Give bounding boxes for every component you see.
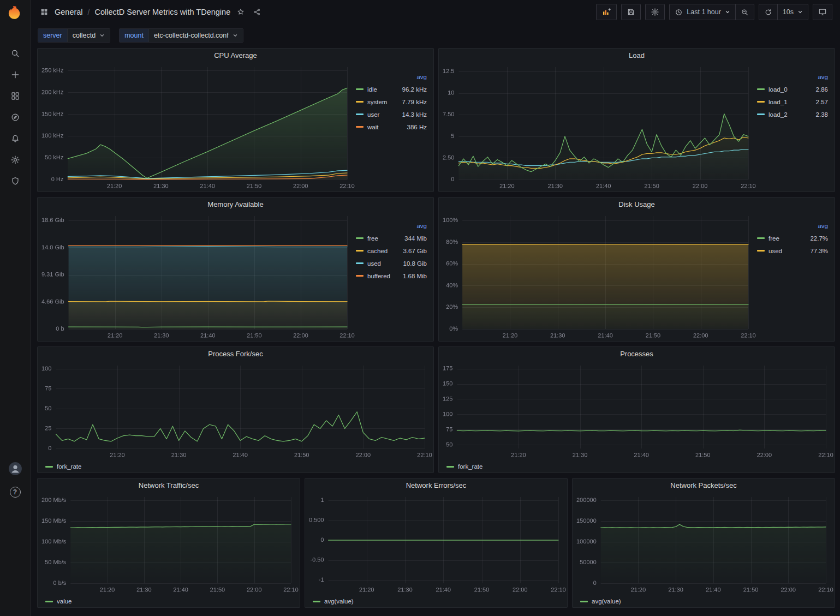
chevron-down-icon	[797, 9, 803, 15]
star-dashboard-button[interactable]	[235, 6, 247, 18]
user-avatar[interactable]	[5, 460, 25, 477]
variable-server-dropdown[interactable]: collectd	[67, 29, 110, 42]
legend-item-idle[interactable]: idle96.2 kHz	[356, 83, 427, 95]
star-icon	[236, 8, 245, 16]
legend-item-load_2[interactable]: load_22.38	[757, 108, 828, 121]
panel-title[interactable]: Disk Usage	[439, 198, 835, 212]
series-name: user	[367, 111, 398, 118]
share-dashboard-button[interactable]	[251, 6, 263, 18]
breadcrumb: General / CollectD Server Metrics with T…	[38, 6, 263, 18]
series-name: fork_rate	[57, 463, 81, 470]
processes-chart[interactable]	[439, 361, 835, 460]
cpu-average-chart[interactable]	[38, 63, 356, 192]
sidebar-item-server-admin[interactable]	[5, 173, 25, 189]
legend-item-load_1[interactable]: load_12.57	[757, 95, 828, 108]
series-name: wait	[367, 124, 398, 130]
legend-item-system[interactable]: system7.79 kHz	[356, 95, 427, 108]
legend-item-buffered[interactable]: buffered1.68 Mib	[356, 270, 427, 282]
load-chart[interactable]	[439, 63, 757, 192]
network-packets-chart[interactable]	[573, 493, 835, 595]
refresh-interval-picker[interactable]: 10s	[777, 4, 808, 20]
legend-item-user[interactable]: user14.3 kHz	[356, 108, 427, 121]
dashboard-settings-button[interactable]	[645, 4, 665, 20]
disk-usage-chart[interactable]	[439, 212, 757, 341]
sidebar-item-configuration[interactable]	[5, 152, 25, 168]
panel-title[interactable]: CPU Average	[38, 49, 433, 63]
variable-server-label: server	[38, 29, 67, 42]
legend-item-used[interactable]: used10.8 Gib	[356, 257, 427, 270]
network-traffic-chart[interactable]	[38, 493, 300, 595]
breadcrumb-section[interactable]: General	[55, 8, 83, 16]
series-avg-value: 344 Mib	[398, 235, 427, 242]
grafana-logo[interactable]	[6, 4, 25, 22]
legend-item-wait[interactable]: wait386 Hz	[356, 121, 427, 133]
series-color-swatch	[45, 466, 53, 468]
sidebar-bottom: ?	[5, 460, 25, 500]
series-color-swatch	[757, 250, 765, 252]
panel-title[interactable]: Process Fork/sec	[38, 347, 433, 361]
series-name: fork_rate	[458, 463, 482, 470]
series-color-swatch	[356, 262, 364, 264]
panel-load: Load avgload_02.86load_12.57load_22.38	[438, 48, 835, 192]
series-name: load_0	[768, 86, 800, 93]
dashboard-title: CollectD Server Metrics with TDengine	[94, 8, 230, 16]
legend-item-used[interactable]: used77.3%	[757, 244, 828, 257]
series-name: load_1	[768, 99, 800, 105]
process-fork-chart[interactable]	[38, 361, 433, 460]
panel-title[interactable]: Processes	[439, 347, 835, 361]
add-panel-button[interactable]	[596, 4, 617, 20]
network-errors-chart[interactable]	[305, 493, 567, 595]
series-color-swatch	[757, 101, 765, 103]
series-color-swatch	[446, 466, 454, 468]
processes-legend: fork_rate	[439, 460, 835, 473]
series-avg-value: 2.86	[800, 86, 828, 93]
panel-processes: Processes fork_rate	[438, 346, 835, 473]
panel-title[interactable]: Network Errors/sec	[305, 479, 567, 493]
panel-title[interactable]: Network Packets/sec	[573, 479, 835, 493]
sidebar-item-create[interactable]	[5, 67, 25, 83]
add-panel-icon	[601, 8, 611, 16]
panel-title[interactable]: Memory Available	[38, 198, 433, 212]
legend-item-load_0[interactable]: load_02.86	[757, 83, 828, 95]
legend-item-free[interactable]: free344 Mib	[356, 232, 427, 244]
series-color-swatch	[757, 237, 765, 239]
time-range-picker[interactable]: Last 1 hour	[669, 4, 735, 20]
legend-item-value[interactable]: value	[45, 595, 72, 607]
panel-network-errors: Network Errors/sec avg(value)	[305, 478, 568, 608]
panel-network-traffic: Network Traffic/sec value	[37, 478, 300, 608]
legend-item-fork_rate[interactable]: fork_rate	[45, 460, 81, 473]
panel-title[interactable]: Network Traffic/sec	[38, 479, 300, 493]
sidebar-item-alerting[interactable]	[5, 130, 25, 147]
network-traffic-legend: value	[38, 595, 300, 607]
network-errors-legend: avg(value)	[305, 595, 567, 607]
memory-available-chart[interactable]	[38, 212, 356, 341]
share-icon	[253, 8, 261, 16]
process-fork-legend: fork_rate	[38, 460, 433, 473]
legend-item-avg-value-[interactable]: avg(value)	[580, 595, 621, 607]
refresh-button[interactable]	[759, 4, 777, 20]
legend-item-avg-value-[interactable]: avg(value)	[313, 595, 354, 607]
legend-item-free[interactable]: free22.7%	[757, 232, 828, 244]
sidebar-item-search[interactable]	[5, 45, 25, 62]
apps-icon	[38, 6, 50, 18]
panel-title[interactable]: Load	[439, 49, 835, 63]
legend-item-cached[interactable]: cached3.67 Gib	[356, 244, 427, 257]
series-color-swatch	[580, 601, 588, 602]
series-avg-value: 2.57	[800, 99, 828, 105]
cycle-view-mode-button[interactable]	[813, 4, 832, 20]
variable-mount-dropdown[interactable]: etc-collectd-collectd.conf	[148, 29, 243, 42]
legend-item-fork_rate[interactable]: fork_rate	[446, 460, 482, 473]
variable-mount-value: etc-collectd-collectd.conf	[154, 32, 229, 39]
sidebar-item-help[interactable]: ?	[5, 484, 25, 500]
toolbar: Last 1 hour 10s	[596, 4, 832, 20]
series-color-swatch	[313, 601, 320, 602]
sidebar-nav	[5, 45, 25, 189]
sidebar-item-dashboards[interactable]	[5, 88, 25, 104]
series-name: idle	[367, 86, 398, 93]
save-dashboard-button[interactable]	[621, 4, 641, 20]
sidebar-item-explore[interactable]	[5, 109, 25, 125]
series-avg-value: 2.38	[800, 111, 828, 118]
series-avg-value: 96.2 kHz	[398, 86, 427, 93]
series-name: free	[768, 235, 800, 242]
zoom-out-time-button[interactable]	[735, 4, 754, 20]
